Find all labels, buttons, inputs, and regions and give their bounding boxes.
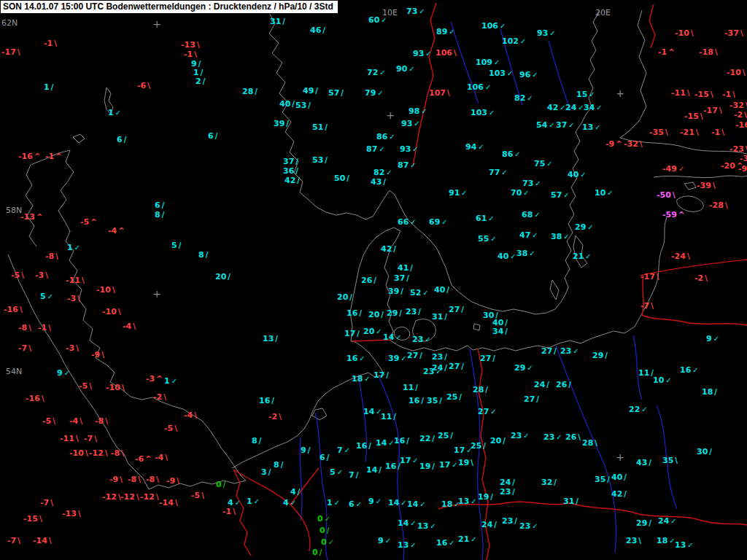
pressure-tendency-value: 14 bbox=[376, 438, 387, 448]
station-report: 35\ bbox=[662, 456, 678, 464]
graticule-cross-icon: + bbox=[152, 289, 161, 299]
pressure-tendency-value: -20 bbox=[721, 161, 735, 171]
pressure-tendency-value: -2 bbox=[153, 392, 162, 402]
station-report: 7/ bbox=[349, 471, 358, 479]
station-report: 5/ bbox=[171, 241, 181, 249]
station-report: -4\ bbox=[123, 322, 136, 330]
station-report: 23✓ bbox=[560, 347, 579, 355]
tendency-symbol-icon: ✓ bbox=[356, 500, 362, 508]
station-report: 20/ bbox=[490, 437, 506, 445]
pressure-tendency-value: -8 bbox=[146, 475, 155, 484]
tendency-symbol-icon: ^ bbox=[55, 152, 61, 160]
pressure-tendency-value: 19 bbox=[419, 462, 430, 471]
station-report: 16/ bbox=[385, 462, 400, 470]
pressure-tendency-value: -7 bbox=[84, 434, 93, 443]
pressure-tendency-value: 17 bbox=[439, 460, 450, 470]
pressure-tendency-value: -2 bbox=[268, 412, 277, 421]
station-report: 23/ bbox=[502, 517, 517, 525]
pressure-tendency-value: 38 bbox=[551, 232, 562, 241]
tendency-symbol-icon: / bbox=[450, 432, 453, 440]
pressure-tendency-value: 1 bbox=[327, 498, 333, 508]
pressure-tendency-value: 107 bbox=[429, 88, 446, 98]
pressure-tendency-value: 29 bbox=[387, 308, 398, 318]
tendency-symbol-icon: ✓ bbox=[587, 223, 593, 231]
station-report: -9^ bbox=[605, 140, 622, 148]
station-report: 8/ bbox=[252, 437, 261, 445]
station-report: 14✓ bbox=[383, 333, 402, 341]
tendency-symbol-icon: ✓ bbox=[328, 538, 334, 546]
pressure-tendency-value: 106 bbox=[467, 82, 484, 92]
tendency-symbol-icon: / bbox=[347, 174, 349, 182]
station-report: 29✓ bbox=[575, 223, 594, 231]
station-report: -2\ bbox=[694, 274, 708, 282]
station-report: 23✓ bbox=[543, 433, 562, 441]
tendency-symbol-icon: / bbox=[297, 176, 300, 184]
station-report: 1✓ bbox=[164, 377, 177, 385]
station-report: 24/ bbox=[500, 478, 515, 486]
tendency-symbol-icon: / bbox=[292, 100, 295, 108]
tendency-symbol-icon: / bbox=[268, 468, 271, 476]
tendency-symbol-icon: ✓ bbox=[395, 333, 401, 341]
tendency-symbol-icon: \ bbox=[174, 424, 177, 432]
graticule-cross-icon: + bbox=[616, 88, 624, 98]
pressure-tendency-value: 8 bbox=[252, 436, 258, 446]
pressure-tendency-value: 40 bbox=[568, 170, 578, 179]
station-report: 4/ bbox=[290, 488, 300, 496]
pressure-tendency-value: 43 bbox=[371, 177, 382, 187]
station-report: 29/ bbox=[387, 309, 402, 317]
tendency-symbol-icon: ✓ bbox=[64, 369, 70, 377]
pressure-tendency-value: 55 bbox=[478, 234, 489, 244]
tendency-symbol-icon: \ bbox=[156, 475, 159, 483]
tendency-symbol-icon: / bbox=[490, 493, 493, 501]
pressure-tendency-value: 39 bbox=[388, 287, 399, 296]
tendency-symbol-icon: \ bbox=[85, 449, 88, 457]
tendency-symbol-icon: / bbox=[459, 393, 462, 401]
station-report: -2\ bbox=[268, 413, 282, 421]
station-report: -12\ bbox=[120, 493, 139, 501]
pressure-tendency-value: 28 bbox=[242, 87, 253, 96]
tendency-symbol-icon: ✓ bbox=[665, 376, 671, 384]
station-report: 46/ bbox=[310, 26, 325, 34]
station-report: 40/ bbox=[492, 319, 508, 327]
station-report: 25/ bbox=[446, 393, 462, 401]
station-report: 39✓ bbox=[388, 354, 407, 362]
station-report: 8/ bbox=[198, 251, 208, 259]
pressure-tendency-value: 9 bbox=[301, 446, 306, 455]
station-report: -8\ bbox=[146, 475, 159, 483]
tendency-symbol-icon: / bbox=[624, 490, 627, 498]
pressure-tendency-value: 14 bbox=[407, 499, 418, 509]
station-report: -9\ bbox=[109, 475, 123, 483]
pressure-tendency-value: -12 bbox=[120, 492, 135, 502]
station-report: 42✓ bbox=[547, 104, 566, 112]
pressure-tendency-value: 39 bbox=[274, 119, 285, 128]
station-report: 91✓ bbox=[449, 189, 468, 197]
pressure-tendency-value: -32 bbox=[729, 101, 744, 110]
station-report: 0/ bbox=[320, 526, 329, 534]
tendency-symbol-icon: \ bbox=[76, 435, 79, 443]
tendency-symbol-icon: \ bbox=[744, 111, 747, 119]
pressure-tendency-value: 16 bbox=[356, 441, 367, 451]
tendency-symbol-icon: ✓ bbox=[386, 168, 392, 176]
tendency-symbol-icon: \ bbox=[118, 308, 121, 316]
pressure-tendency-value: -13 bbox=[20, 212, 35, 222]
pressure-tendency-value: -10 bbox=[96, 285, 111, 295]
pressure-tendency-value: 40 bbox=[279, 99, 290, 109]
tendency-symbol-icon: / bbox=[649, 459, 651, 467]
station-report: -8\ bbox=[128, 475, 141, 483]
coastlines bbox=[8, 10, 747, 489]
tendency-symbol-icon: ✓ bbox=[400, 499, 406, 507]
station-report: 26\ bbox=[565, 433, 581, 441]
pressure-tendency-value: 27 bbox=[449, 362, 460, 371]
pressure-tendency-value: -39 bbox=[697, 181, 711, 190]
tendency-symbol-icon: ✓ bbox=[573, 347, 578, 355]
tendency-symbol-icon: ✓ bbox=[334, 499, 340, 507]
tendency-symbol-icon: / bbox=[444, 313, 447, 321]
tendency-symbol-icon: / bbox=[536, 395, 539, 403]
pressure-tendency-value: 106 bbox=[436, 48, 452, 58]
tendency-symbol-icon: ✓ bbox=[589, 90, 595, 98]
tendency-symbol-icon: ✓ bbox=[489, 109, 495, 117]
station-report: 73✓ bbox=[522, 179, 541, 187]
tendency-symbol-icon: ✓ bbox=[563, 233, 569, 241]
pressure-tendency-value: 3 bbox=[261, 467, 267, 477]
tendency-symbol-icon: \ bbox=[105, 449, 108, 457]
